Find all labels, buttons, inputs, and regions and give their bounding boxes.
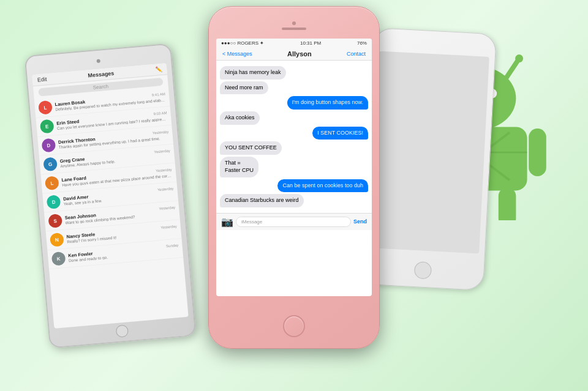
contact-button[interactable]: Contact <box>347 51 366 57</box>
message-text: Can be spent on cookies too duh <box>277 179 368 193</box>
svg-rect-9 <box>529 128 546 176</box>
contact-avatar: K <box>51 251 66 266</box>
iphone-screen: ●●●○○ ROGERS ✦ 10:31 PM 76% < Messages A… <box>216 39 372 296</box>
contact-time: Sunday <box>166 244 179 250</box>
camera-icon[interactable]: 📷 <box>221 216 233 228</box>
message-bubble: Can be spent on cookies too duh <box>220 179 368 193</box>
message-text: That = Faster CPU <box>220 157 258 177</box>
message-bubble: I'm doing button shapes now. <box>220 96 368 110</box>
contact-avatar: E <box>40 119 55 134</box>
carrier-info: ●●●○○ ROGERS ✦ <box>221 40 264 46</box>
message-text: Ninja has memory leak <box>220 66 286 80</box>
iphone-input-area: 📷 iMessage Send <box>216 213 372 230</box>
message-bubble: Canadian Starbucks are weird <box>220 194 368 207</box>
iphone-camera <box>292 21 296 25</box>
message-bubble: Ninja has memory leak <box>220 66 368 80</box>
ipad-camera <box>96 59 100 64</box>
message-text: I SENT COOKIES! <box>312 127 368 140</box>
conversation-title: Allyson <box>287 50 312 58</box>
iphone-status-bar: ●●●○○ ROGERS ✦ 10:31 PM 76% <box>216 39 372 48</box>
iphone-white-home <box>414 261 432 279</box>
contact-avatar: D <box>42 138 56 153</box>
iphone-white-screen <box>369 51 489 254</box>
iphone-speaker <box>282 28 306 30</box>
message-bubble: I SENT COOKIES! <box>220 127 368 140</box>
ipad-contacts-list: LLauren Bosak9:41 AMDefinitely. Be prepa… <box>34 88 183 269</box>
svg-point-3 <box>515 54 523 62</box>
contact-avatar: G <box>43 157 58 171</box>
contact-avatar: L <box>45 176 59 190</box>
message-bubble: Aka cookies <box>220 111 368 125</box>
contact-avatar: L <box>38 100 53 115</box>
status-time: 10:31 PM <box>300 40 321 46</box>
back-button[interactable]: < Messages <box>222 51 252 57</box>
ipad-title: Messages <box>88 70 115 79</box>
message-text: Need more ram <box>220 81 268 95</box>
ipad-device: Edit Messages ✏️ Search LLauren Bosak9:4… <box>24 43 197 348</box>
messages-area: Ninja has memory leakNeed more ramI'm do… <box>216 61 372 213</box>
message-bubble: That = Faster CPU <box>220 157 368 177</box>
contact-avatar: D <box>47 195 61 209</box>
iphone-nav-bar: < Messages Allyson Contact <box>216 48 372 61</box>
ipad-compose-btn[interactable]: ✏️ <box>155 66 162 73</box>
send-button[interactable]: Send <box>353 218 367 225</box>
contact-avatar: N <box>50 233 64 247</box>
imessage-input[interactable]: iMessage <box>236 217 351 227</box>
iphone-white-device <box>361 28 497 291</box>
message-text: Canadian Starbucks are weird <box>220 194 304 207</box>
iphone-device: ●●●○○ ROGERS ✦ 10:31 PM 76% < Messages A… <box>208 6 380 349</box>
message-text: Aka cookies <box>220 111 260 125</box>
ipad-edit-btn[interactable]: Edit <box>37 76 47 83</box>
svg-rect-11 <box>499 187 516 220</box>
ipad-screen: Edit Messages ✏️ Search LLauren Bosak9:4… <box>32 63 188 329</box>
message-text: YOU SENT COFFEE <box>220 141 282 155</box>
message-bubble: Need more ram <box>220 81 368 95</box>
ipad-home-button[interactable] <box>116 324 129 338</box>
contact-avatar: S <box>48 214 62 228</box>
message-bubble: YOU SENT COFFEE <box>220 141 368 155</box>
iphone-home-button[interactable] <box>283 315 305 337</box>
battery-info: 76% <box>357 40 367 46</box>
message-text: I'm doing button shapes now. <box>287 96 368 110</box>
